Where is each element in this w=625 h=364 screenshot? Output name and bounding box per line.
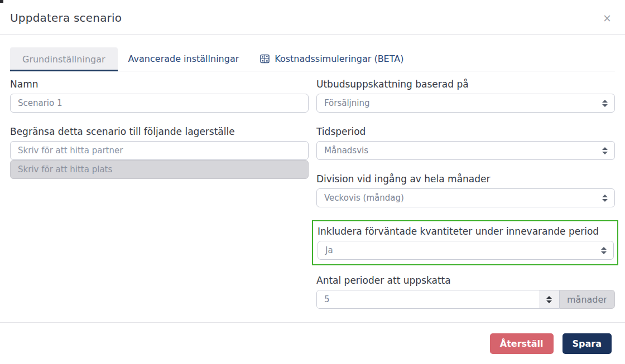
name-input[interactable] [10, 94, 309, 113]
num-periods-field: Antal perioder att uppskatta månader [316, 274, 615, 309]
plats-search-input [10, 160, 309, 179]
spinner-up-icon[interactable] [546, 296, 552, 299]
num-periods-input-wrap [316, 290, 560, 309]
modal-title: Uppdatera scenario [10, 11, 122, 25]
tab-label: Kostnadssimuleringar (BETA) [275, 54, 403, 64]
division-select[interactable]: Veckovis (måndag) [316, 188, 615, 207]
spinner-down-icon[interactable] [546, 300, 552, 303]
include-select[interactable]: Ja [318, 241, 614, 260]
highlighted-include-box: Inkludera förväntade kvantiteter under i… [312, 220, 618, 265]
updown-arrows-icon [602, 147, 608, 154]
num-periods-input[interactable] [317, 290, 539, 308]
corner-artifact [0, 0, 3, 3]
updown-arrows-icon [602, 100, 608, 107]
supply-field: Utbudsuppskattning baserad på Försäljnin… [316, 78, 615, 113]
tab-label: Avancerade inställningar [128, 54, 239, 64]
name-label: Namn [10, 78, 309, 90]
period-field: Tidsperiod Månadsvis [316, 125, 615, 160]
partner-search-input[interactable] [10, 141, 309, 160]
select-value: Ja [325, 245, 333, 255]
division-field: Division vid ingång av hela månader Veck… [316, 173, 615, 207]
updown-arrows-icon [601, 247, 607, 254]
tab-bar: Grundinställningar Avancerade inställnin… [10, 47, 615, 71]
name-field: Namn [10, 78, 309, 113]
reset-button[interactable]: Återställ [490, 333, 554, 354]
division-label: Division vid ingång av hela månader [316, 173, 615, 185]
right-column: Utbudsuppskattning baserad på Försäljnin… [316, 78, 615, 322]
num-periods-label: Antal perioder att uppskatta [316, 274, 615, 287]
num-periods-group: månader [316, 290, 615, 309]
tab-label: Grundinställningar [22, 54, 105, 65]
close-icon[interactable]: × [603, 13, 612, 23]
modal-body: Namn Begränsa detta scenario till följan… [0, 71, 625, 322]
update-scenario-modal: Uppdatera scenario × Grundinställningar … [0, 0, 625, 364]
updown-arrows-icon [602, 195, 608, 202]
left-column: Namn Begränsa detta scenario till följan… [10, 78, 309, 322]
include-field: Inkludera förväntade kvantiteter under i… [318, 225, 614, 260]
limit-field: Begränsa detta scenario till följande la… [10, 125, 309, 179]
calculator-icon [260, 54, 270, 64]
period-select[interactable]: Månadsvis [316, 141, 615, 160]
tab-avancerade-installningar[interactable]: Avancerade inställningar [118, 47, 250, 71]
modal-footer: Återställ Spara [0, 322, 625, 364]
unit-addon: månader [560, 290, 615, 309]
period-label: Tidsperiod [316, 125, 615, 138]
supply-select[interactable]: Försäljning [316, 94, 615, 113]
save-button[interactable]: Spara [562, 333, 612, 354]
modal-header: Uppdatera scenario × [0, 0, 625, 35]
tab-kostnadssimuleringar[interactable]: Kostnadssimuleringar (BETA) [249, 47, 414, 71]
select-value: Månadsvis [324, 145, 368, 156]
include-label: Inkludera förväntade kvantiteter under i… [318, 225, 614, 237]
select-value: Veckovis (måndag) [324, 193, 404, 203]
supply-label: Utbudsuppskattning baserad på [316, 78, 615, 90]
number-spinner[interactable] [539, 290, 559, 308]
limit-label: Begränsa detta scenario till följande la… [10, 125, 309, 138]
tab-grundinstallningar[interactable]: Grundinställningar [10, 47, 118, 71]
select-value: Försäljning [324, 98, 369, 108]
